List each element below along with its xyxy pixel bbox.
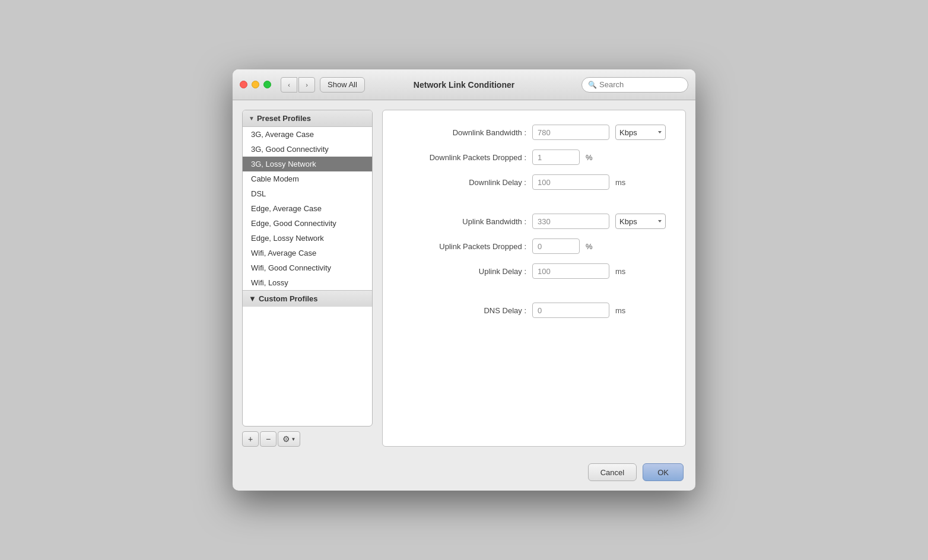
main-window: ‹ › Show All Network Link Conditioner 🔍 … [233,69,695,491]
profile-item-wifi-average[interactable]: Wifi, Average Case [243,246,372,260]
profile-item-edge-good[interactable]: Edge, Good Connectivity [243,216,372,231]
uplink-bandwidth-input[interactable] [532,214,609,229]
forward-button[interactable]: › [298,77,315,93]
dns-delay-input[interactable] [532,303,609,318]
downlink-bandwidth-label: Downlink Bandwidth : [402,128,526,137]
profiles-list: ▼ Preset Profiles 3G, Average Case 3G, G… [242,110,373,427]
downlink-delay-input[interactable] [532,174,609,190]
gear-button[interactable]: ⚙ ▼ [278,431,300,447]
downlink-delay-label: Downlink Delay : [402,178,526,187]
back-button[interactable]: ‹ [281,77,297,93]
titlebar: ‹ › Show All Network Link Conditioner 🔍 [233,69,695,100]
uplink-bandwidth-unit-select[interactable]: Kbps Mbps Gbps [615,214,666,229]
dns-delay-label: DNS Delay : [402,306,526,315]
preset-profiles-header: ▼ Preset Profiles [243,110,372,127]
sidebar: ▼ Preset Profiles 3G, Average Case 3G, G… [242,110,373,447]
profile-item-3g-good[interactable]: 3G, Good Connectivity [243,142,372,157]
maximize-button[interactable] [263,81,271,88]
custom-profiles-label: Custom Profiles [259,294,318,303]
uplink-bandwidth-label: Uplink Bandwidth : [402,217,526,226]
profile-item-3g-lossy[interactable]: 3G, Lossy Network [243,157,372,171]
downlink-packets-dropped-input[interactable] [532,149,580,165]
search-box: 🔍 [581,77,688,93]
custom-profiles-header: ▼ Custom Profiles [243,290,372,307]
bottom-bar: Cancel OK [233,456,695,491]
main-panel: Downlink Bandwidth : Kbps Mbps Gbps Down… [382,110,686,447]
nav-buttons: ‹ › [281,77,315,93]
custom-area [243,307,372,324]
profile-item-dsl[interactable]: DSL [243,186,372,201]
minimize-button[interactable] [252,81,259,88]
uplink-delay-label: Uplink Delay : [402,267,526,276]
preset-profiles-label: Preset Profiles [257,114,311,123]
uplink-packets-dropped-input[interactable] [532,238,580,254]
content-area: ▼ Preset Profiles 3G, Average Case 3G, G… [233,100,695,456]
dns-delay-unit: ms [615,306,630,315]
profile-item-edge-average[interactable]: Edge, Average Case [243,201,372,216]
dns-delay-row: DNS Delay : ms [402,303,666,318]
profile-item-edge-lossy[interactable]: Edge, Lossy Network [243,231,372,246]
gear-dropdown-icon: ▼ [291,437,296,442]
downlink-delay-unit: ms [615,178,630,187]
profile-item-3g-average[interactable]: 3G, Average Case [243,127,372,142]
window-title: Network Link Conditioner [414,80,514,90]
downlink-packets-dropped-label: Downlink Packets Dropped : [402,153,526,162]
uplink-packets-dropped-label: Uplink Packets Dropped : [402,242,526,251]
show-all-button[interactable]: Show All [320,77,365,93]
custom-triangle-icon: ▼ [249,294,256,303]
uplink-packets-dropped-row: Uplink Packets Dropped : % [402,238,666,254]
downlink-bandwidth-unit-select[interactable]: Kbps Mbps Gbps [615,125,666,140]
downlink-packets-dropped-row: Downlink Packets Dropped : % [402,149,666,165]
downlink-bandwidth-row: Downlink Bandwidth : Kbps Mbps Gbps [402,125,666,140]
close-button[interactable] [240,81,247,88]
profile-item-wifi-good[interactable]: Wifi, Good Connectivity [243,260,372,275]
uplink-delay-row: Uplink Delay : ms [402,263,666,279]
cancel-button[interactable]: Cancel [588,463,637,481]
uplink-packets-dropped-unit: % [586,242,600,251]
uplink-bandwidth-row: Uplink Bandwidth : Kbps Mbps Gbps [402,214,666,229]
downlink-bandwidth-input[interactable] [532,125,609,140]
downlink-delay-row: Downlink Delay : ms [402,174,666,190]
remove-profile-button[interactable]: − [260,431,277,447]
search-icon: 🔍 [588,81,597,89]
add-profile-button[interactable]: + [242,431,259,447]
profile-item-cable[interactable]: Cable Modem [243,171,372,186]
profile-item-wifi-lossy[interactable]: Wifi, Lossy [243,275,372,290]
ok-button[interactable]: OK [643,463,684,481]
traffic-lights [240,81,271,88]
uplink-delay-unit: ms [615,267,630,276]
search-input[interactable] [599,80,682,89]
uplink-delay-input[interactable] [532,263,609,279]
gear-icon: ⚙ [282,434,290,444]
downlink-packets-dropped-unit: % [586,153,600,162]
list-toolbar: + − ⚙ ▼ [242,431,373,447]
triangle-icon: ▼ [249,115,255,122]
